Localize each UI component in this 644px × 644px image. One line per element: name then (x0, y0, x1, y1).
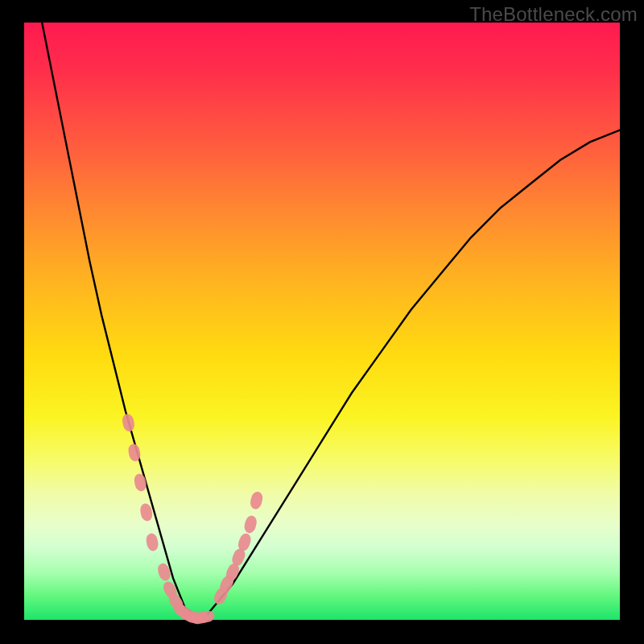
watermark-text: TheBottleneck.com (469, 3, 638, 26)
highlight-marker (249, 490, 264, 510)
bottleneck-curve-path (42, 23, 620, 620)
highlight-marker (139, 502, 154, 522)
highlight-marker (145, 532, 159, 551)
highlight-marker (133, 473, 147, 492)
highlight-marker (243, 514, 258, 535)
plot-area (24, 23, 620, 620)
chart-svg (24, 23, 620, 620)
chart-frame: TheBottleneck.com (0, 0, 644, 644)
highlight-markers (121, 413, 264, 625)
highlight-marker (121, 413, 135, 432)
